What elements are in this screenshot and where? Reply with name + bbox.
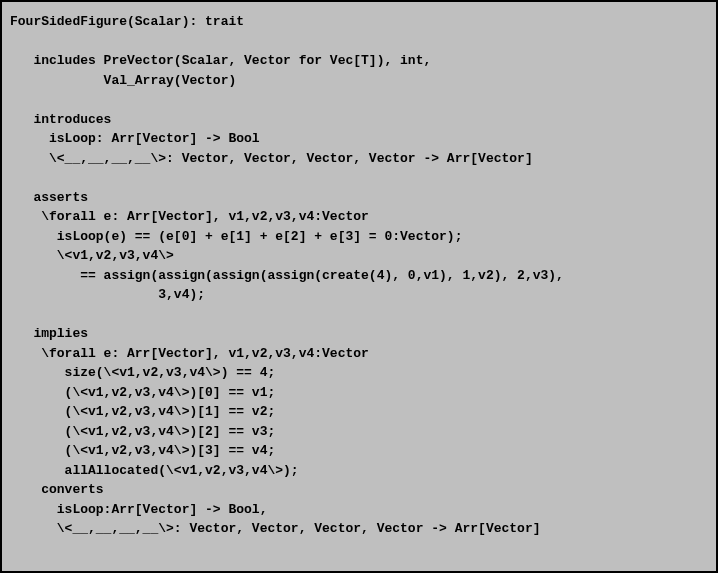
- code-block: FourSidedFigure(Scalar): trait includes …: [10, 12, 708, 539]
